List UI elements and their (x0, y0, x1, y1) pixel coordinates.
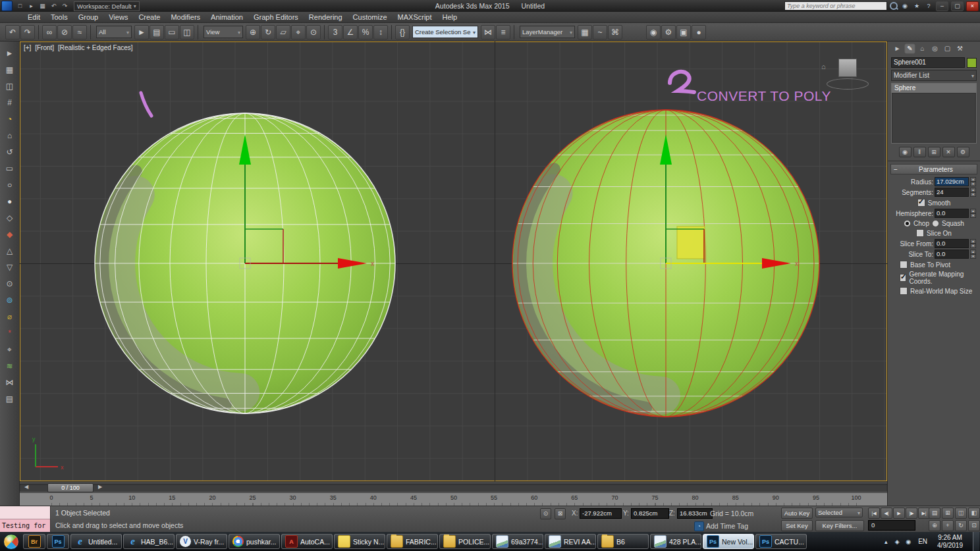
slice-from-spinner[interactable] (970, 239, 976, 248)
viewcube-home-icon[interactable]: ⌂ (821, 63, 826, 70)
object-color-swatch[interactable] (967, 58, 977, 68)
menu-edit[interactable]: Edit (22, 12, 45, 22)
taskbar-cactu[interactable]: PsCACTU... (755, 534, 807, 549)
use-pivot-point-icon[interactable]: ⌖ (291, 25, 306, 39)
redo-icon[interactable]: ↷ (60, 1, 70, 11)
taskbar-hab-b6[interactable]: eHAB_B6... (123, 534, 175, 549)
dock-icon[interactable]: ◧ (968, 508, 980, 519)
show-desktop-button[interactable] (973, 532, 979, 551)
next-frame-button[interactable]: |▶ (906, 508, 917, 519)
curve-editor-icon[interactable]: ~ (593, 25, 607, 39)
time-tag-icon[interactable]: ◔ (694, 521, 704, 531)
slice-on-checkbox[interactable] (916, 229, 924, 237)
taskbar-police[interactable]: POLICE... (439, 534, 491, 549)
taskbar-pushkar[interactable]: pushkar... (229, 534, 280, 549)
z-coordinate-field[interactable]: 16.833cm (677, 508, 713, 519)
search-icon[interactable] (890, 2, 898, 10)
isolate-selection-icon[interactable]: ⊙ (540, 508, 551, 519)
taskbar-fabric[interactable]: FABRIC... (387, 534, 438, 549)
redo-icon[interactable]: ↷ (20, 25, 35, 39)
listener-text-row[interactable]: Testing for (0, 519, 50, 532)
taskbar-br[interactable]: Br (23, 534, 45, 549)
select-by-name-icon[interactable]: ▤ (150, 25, 164, 39)
taskbar-autoca[interactable]: AAutoCA... (281, 534, 333, 549)
percent-snap-icon[interactable]: % (358, 25, 373, 39)
home-icon[interactable]: ⌂ (3, 129, 16, 142)
taskbar-untitled[interactable]: eUntitled... (70, 534, 122, 549)
menu-views[interactable]: Views (103, 12, 133, 22)
tray-network-icon[interactable]: ◈ (892, 537, 902, 546)
pan-icon[interactable]: + (942, 520, 954, 531)
taskbar-v-ray-fr[interactable]: VV-Ray fr... (176, 534, 227, 549)
selection-filter-dropdown[interactable]: All (96, 26, 132, 38)
y-coordinate-field[interactable]: 0.825cm (631, 508, 669, 519)
show-end-result-icon[interactable]: ‖ (913, 147, 926, 157)
select-icon[interactable]: ► (3, 47, 16, 60)
menu-tools[interactable]: Tools (45, 12, 73, 22)
key-filters-button[interactable]: Key Filters... (815, 520, 864, 531)
maxscript-mini-listener[interactable]: Testing for (0, 506, 51, 533)
tab-create[interactable]: ► (892, 43, 903, 54)
render-setup-icon[interactable]: ⚙ (661, 25, 676, 39)
select-and-move-icon[interactable]: ⊕ (246, 25, 260, 39)
previous-frame-arrow[interactable]: ◀ (22, 483, 30, 491)
smooth-checkbox[interactable] (917, 199, 925, 207)
orbit-icon[interactable]: ↻ (955, 520, 967, 531)
radius-field[interactable]: 17.029cm (935, 177, 969, 186)
material-editor-icon[interactable]: ◉ (646, 25, 661, 39)
tab-modify[interactable]: ✎ (904, 43, 915, 54)
viewport-canvas[interactable]: xxxy (20, 41, 887, 481)
radius-spinner[interactable] (970, 177, 976, 186)
stack-item-sphere[interactable]: Sphere (892, 84, 976, 93)
create-selection-set-dropdown[interactable]: Create Selection Se (412, 26, 478, 38)
slice-to-field[interactable]: 0.0 (935, 249, 969, 259)
maximize-button[interactable]: ▢ (951, 1, 964, 11)
3dsmax-logo-icon[interactable] (1, 1, 13, 11)
save-file-icon[interactable]: ▦ (38, 1, 47, 11)
spinner-snap-icon[interactable]: ↕ (373, 25, 388, 39)
taskbar-428-pla[interactable]: 428 PLA... (650, 534, 701, 549)
use-selection-center-icon[interactable]: ⊙ (306, 25, 321, 39)
viewport-view-menu[interactable]: [Front] (35, 44, 54, 51)
layout-icon[interactable]: ◫ (3, 80, 16, 93)
taskbar-69a3774[interactable]: 69a3774... (492, 534, 543, 549)
menu-help[interactable]: Help (437, 12, 463, 22)
object-name-field[interactable]: Sphere001 (891, 57, 965, 68)
pivot-icon[interactable]: ⌖ (3, 343, 16, 356)
select-object-icon[interactable]: ► (134, 25, 149, 39)
language-indicator[interactable]: EN (916, 538, 929, 545)
viewcube-cube[interactable] (838, 59, 857, 77)
layer-manager-button[interactable]: LayerManager (520, 26, 575, 38)
menu-modifiers[interactable]: Modifiers (165, 12, 205, 22)
chop-radio[interactable] (904, 220, 911, 227)
snap-icon[interactable]: # (3, 96, 16, 109)
taskbar-revi-aa[interactable]: REVI AA... (545, 534, 596, 549)
time-slider-track[interactable] (20, 484, 887, 491)
unlink-selection-icon[interactable]: ⊘ (57, 25, 72, 39)
select-and-link-icon[interactable]: ∞ (42, 25, 57, 39)
pin-stack-icon[interactable]: ◉ (899, 147, 912, 157)
viewport-shading-menu[interactable]: [Realistic + Edged Faces] (58, 44, 133, 51)
hemisphere-field[interactable]: 0.0 (935, 209, 969, 218)
cone-icon[interactable]: △ (3, 244, 16, 257)
snaps-toggle-icon[interactable]: 3 (328, 25, 342, 39)
target-icon[interactable]: ⊙ (3, 277, 16, 290)
tab-utilities[interactable]: ⚒ (954, 43, 966, 54)
pyramid-icon[interactable]: ▽ (3, 261, 16, 274)
cylinder-icon[interactable]: ⌀ (3, 310, 16, 323)
geosphere-icon[interactable]: ● (3, 195, 16, 208)
slice-to-spinner[interactable] (970, 249, 976, 259)
previous-frame-button[interactable]: ◀| (881, 508, 892, 519)
schematic-view-icon[interactable]: ⌘ (608, 25, 622, 39)
viewport-menu-plus[interactable]: [+] (24, 44, 31, 51)
rectangular-selection-region-icon[interactable]: ▭ (165, 25, 179, 39)
align-icon[interactable]: ≡ (496, 25, 510, 39)
configure-modifier-sets-icon[interactable]: ⚙ (957, 147, 969, 157)
viewport-front[interactable]: xxxy [+] [Front] [Realistic + Edged Face… (20, 41, 887, 481)
real-world-map-size-checkbox[interactable] (900, 287, 908, 295)
viewcube-compass-ring[interactable] (827, 78, 869, 90)
time-slider-handle[interactable]: 0 / 100 (47, 483, 94, 492)
bone-icon[interactable]: ⋈ (3, 376, 16, 389)
set-key-button[interactable]: Set Key (781, 520, 813, 531)
tray-volume-icon[interactable]: ◉ (904, 537, 913, 546)
